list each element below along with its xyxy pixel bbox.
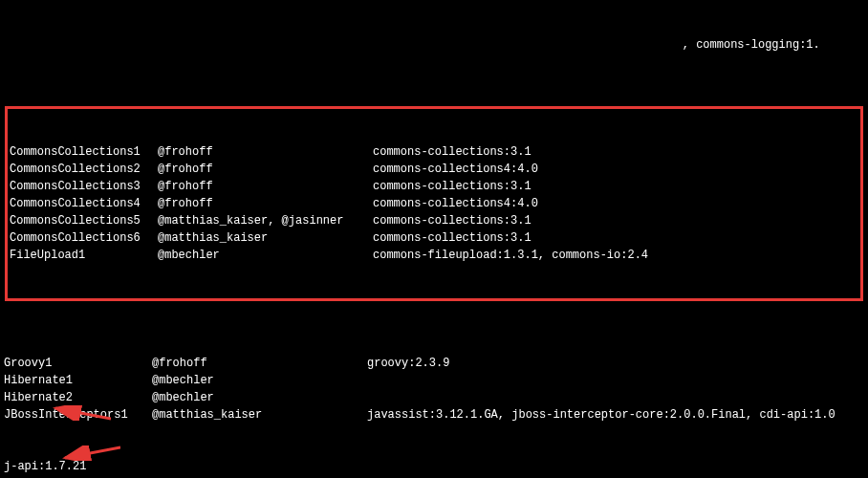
payload-name: CommonsCollections6 (10, 229, 158, 247)
svg-line-1 (55, 408, 111, 419)
payload-author: @mbechler (152, 389, 367, 406)
payload-row: Groovy1@frohoffgroovy:2.3.9 (4, 355, 864, 372)
payload-deps: commons-collections4:4.0 (373, 195, 538, 212)
payload-row: CommonsCollections6@matthias_kaisercommo… (10, 229, 858, 247)
payload-deps: commons-fileupload:1.3.1, commons-io:2.4 (373, 247, 648, 264)
payload-author: @mbechler (152, 372, 367, 389)
svg-line-3 (65, 447, 120, 458)
payload-name: CommonsCollections4 (10, 195, 158, 212)
payload-row: CommonsCollections5@matthias_kaiser, @ja… (10, 212, 858, 229)
payload-author: @mbechler (158, 247, 373, 264)
payload-author: @matthias_kaiser (152, 406, 367, 424)
payload-deps: javassist:3.12.1.GA, jboss-interceptor-c… (367, 406, 835, 424)
payload-author: @matthias_kaiser, @jasinner (158, 212, 373, 229)
highlight-box: CommonsCollections1@frohoffcommons-colle… (5, 106, 863, 301)
payload-author: @matthias_kaiser (158, 229, 373, 247)
terminal-output: , commons-logging:1. CommonsCollections1… (0, 0, 868, 478)
payload-name: CommonsCollections2 (10, 161, 158, 178)
payload-deps: groovy:2.3.9 (367, 355, 449, 372)
payload-name: CommonsCollections3 (10, 178, 158, 195)
truncated-top-line: , commons-logging:1. (4, 36, 864, 54)
arrow-annotation-urldns (59, 445, 120, 461)
payload-author: @frohoff (158, 161, 373, 178)
payload-name: Hibernate2 (4, 389, 152, 406)
payload-author: @frohoff (158, 178, 373, 195)
payload-row: JBossInterceptors1@matthias_kaiserjavass… (4, 406, 864, 424)
wrap-line: j-api:1.7.21 (4, 458, 864, 475)
payload-row: FileUpload1@mbechlercommons-fileupload:1… (10, 247, 858, 264)
payload-author: @frohoff (158, 143, 373, 161)
payload-author: @frohoff (158, 195, 373, 212)
arrow-annotation-rome (50, 405, 111, 421)
payload-deps: commons-collections:3.1 (373, 229, 532, 247)
payload-deps: commons-collections:3.1 (373, 212, 532, 229)
payload-row: Hibernate1@mbechler (4, 372, 864, 389)
payload-row: CommonsCollections3@frohoffcommons-colle… (10, 178, 858, 195)
payload-deps: commons-collections:3.1 (373, 143, 532, 161)
payload-name: CommonsCollections1 (10, 143, 158, 161)
payload-author: @frohoff (152, 355, 367, 372)
payload-name: Groovy1 (4, 355, 152, 372)
payload-row: Hibernate2@mbechler (4, 389, 864, 406)
payload-row: CommonsCollections2@frohoffcommons-colle… (10, 161, 858, 178)
payload-deps: commons-collections4:4.0 (373, 161, 538, 178)
payload-deps: commons-collections:3.1 (373, 178, 532, 195)
payload-row: CommonsCollections1@frohoffcommons-colle… (10, 143, 858, 161)
payload-name: FileUpload1 (10, 247, 158, 264)
payload-name: Hibernate1 (4, 372, 152, 389)
payload-name: CommonsCollections5 (10, 212, 158, 229)
payload-row: CommonsCollections4@frohoffcommons-colle… (10, 195, 858, 212)
